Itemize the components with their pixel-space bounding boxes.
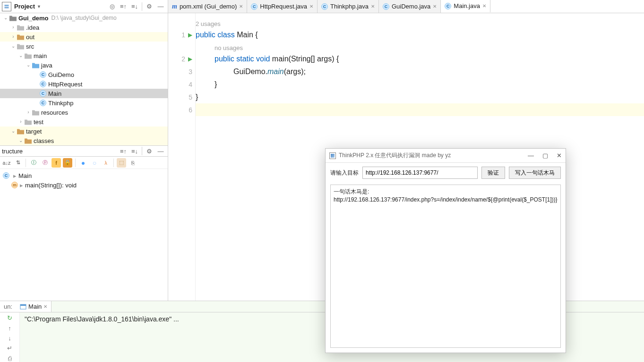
chevron-down-icon[interactable]: [17, 137, 25, 144]
tree-label: target: [26, 128, 42, 135]
tree-item-test[interactable]: test: [0, 117, 168, 126]
chevron-down-icon[interactable]: [2, 14, 9, 22]
show-interfaces-icon[interactable]: Ⓘ: [29, 158, 38, 168]
tree-item-classes[interactable]: classes: [0, 136, 168, 145]
tab-label: HttpRequest.java: [260, 3, 307, 10]
show-fields-icon[interactable]: f: [52, 158, 61, 168]
collapse-all-icon[interactable]: ≡↓: [130, 2, 139, 11]
settings-icon[interactable]: ⚙: [145, 147, 154, 155]
chevron-down-icon[interactable]: [25, 61, 32, 69]
collapse-all-icon[interactable]: ≡↓: [130, 147, 139, 155]
chevron-right-icon[interactable]: [9, 24, 17, 31]
tab-main[interactable]: CMain.java✕: [441, 0, 490, 13]
structure-tree[interactable]: C ▸ Main m ▸ main(String[]): void: [0, 169, 168, 192]
dialog-titlebar[interactable]: ThinkPHP 2.x 任意代码执行漏洞 made by yz — ▢ ✕: [326, 149, 566, 163]
folder-icon: [17, 43, 24, 50]
autoscroll-from-source-icon[interactable]: ○: [90, 158, 99, 168]
structure-method-name: main(String[]): void: [25, 182, 77, 189]
settings-icon[interactable]: ⚙: [145, 2, 154, 11]
folder-icon: [17, 34, 24, 40]
dialog-output[interactable]: 一句话木马是: http://192.168.126.137:9677/inde…: [330, 185, 561, 348]
tab-thinkphp[interactable]: CThinkphp.java✕: [318, 0, 379, 13]
run-tab-main[interactable]: Main ✕: [16, 301, 52, 312]
select-opened-icon[interactable]: ◎: [108, 2, 116, 11]
chevron-right-icon[interactable]: [9, 33, 17, 41]
chevron-down-icon[interactable]: [9, 42, 17, 50]
close-icon[interactable]: ✕: [482, 3, 486, 8]
tab-pom[interactable]: mpom.xml (Gui_demo)✕: [168, 0, 247, 13]
tree-item-src[interactable]: src: [0, 42, 168, 51]
usage-hint[interactable]: no usages: [215, 44, 243, 51]
expand-all-icon[interactable]: ≡↑: [119, 2, 128, 11]
tree-path: D:\ \java_study\Gui_demo: [52, 15, 117, 21]
chevron-down-icon[interactable]: [17, 52, 25, 59]
up-icon[interactable]: ↑: [5, 324, 15, 331]
print-icon[interactable]: ⎙: [5, 355, 15, 362]
tree-item-idea[interactable]: .idea: [0, 23, 168, 32]
show-anonymous-icon[interactable]: ⬚: [117, 158, 126, 168]
down-icon[interactable]: ↓: [5, 335, 15, 342]
tree-label: HttpRequest: [48, 81, 82, 88]
hide-icon[interactable]: —: [156, 2, 165, 11]
structure-method[interactable]: m ▸ main(String[]): void: [3, 180, 165, 190]
sort-alpha-icon[interactable]: a↓z: [2, 158, 11, 168]
close-icon[interactable]: ✕: [43, 304, 47, 309]
autoscroll-to-source-icon[interactable]: ●: [78, 158, 88, 168]
show-properties-icon[interactable]: ⓟ: [40, 158, 50, 168]
project-panel-title[interactable]: Project: [14, 3, 35, 10]
sort-visibility-icon[interactable]: ⇅: [13, 158, 23, 168]
chevron-right-icon[interactable]: [17, 118, 25, 126]
tree-item-java[interactable]: java: [0, 60, 168, 70]
tree-root[interactable]: Gui_demo D:\ \java_study\Gui_demo: [0, 13, 168, 23]
run-gutter-icon[interactable]: ▶: [188, 32, 192, 38]
class-icon: C: [445, 3, 451, 9]
verify-button[interactable]: 验证: [481, 167, 505, 179]
tree-item-main[interactable]: main: [0, 51, 168, 60]
class-icon: C: [321, 3, 328, 10]
tree-label: src: [26, 43, 34, 50]
tree-item-target[interactable]: target: [0, 126, 168, 136]
rerun-icon[interactable]: ↻: [5, 314, 15, 321]
expand-all-icon[interactable]: ≡↑: [119, 147, 128, 155]
module-icon: [9, 15, 17, 21]
close-icon[interactable]: ✕: [309, 4, 313, 9]
project-tree[interactable]: Gui_demo D:\ \java_study\Gui_demo .idea …: [0, 13, 168, 145]
class-icon: C: [251, 3, 258, 10]
tab-httprequest[interactable]: CHttpRequest.java✕: [247, 0, 318, 13]
chevron-down-icon[interactable]: [9, 127, 17, 135]
show-inherited-icon[interactable]: ⎘: [128, 158, 137, 168]
show-lambda-icon[interactable]: λ: [101, 158, 111, 168]
run-marker-icon: ▸: [13, 172, 17, 179]
close-icon[interactable]: ✕: [239, 4, 243, 9]
usage-hint[interactable]: 2 usages: [196, 20, 221, 27]
soft-wrap-icon[interactable]: ↵: [5, 345, 15, 352]
tree-label: Thinkphp: [48, 100, 73, 107]
write-shell-button[interactable]: 写入一句话木马: [509, 167, 561, 179]
hide-icon[interactable]: —: [156, 147, 165, 155]
project-dropdown-icon[interactable]: ▼: [37, 4, 41, 9]
close-icon[interactable]: ✕: [433, 4, 437, 9]
chevron-right-icon[interactable]: [25, 109, 32, 116]
tree-item-resources[interactable]: resources: [0, 108, 168, 117]
tab-label: Main.java: [454, 2, 480, 9]
structure-class[interactable]: C ▸ Main: [3, 171, 165, 180]
url-input[interactable]: [362, 167, 478, 179]
editor-tabs: mpom.xml (Gui_demo)✕ CHttpRequest.java✕ …: [168, 0, 644, 13]
maximize-icon[interactable]: ▢: [542, 152, 548, 159]
close-icon[interactable]: ✕: [371, 4, 375, 9]
dialog-thinkphp[interactable]: ThinkPHP 2.x 任意代码执行漏洞 made by yz — ▢ ✕ 请…: [325, 148, 566, 353]
close-icon[interactable]: ✕: [557, 152, 562, 159]
tree-item-out[interactable]: out: [0, 32, 168, 42]
tree-label: Gui_demo: [18, 15, 49, 22]
show-nonpublic-icon[interactable]: 🔒: [63, 158, 72, 168]
run-tab-label: Main: [28, 303, 42, 310]
tree-item-main-class[interactable]: CMain: [0, 89, 168, 98]
tab-label: Thinkphp.java: [330, 3, 369, 10]
tree-item-httprequest[interactable]: CHttpRequest: [0, 79, 168, 89]
tab-guidemo[interactable]: CGuiDemo.java✕: [379, 0, 441, 13]
tree-item-thinkphp[interactable]: CThinkphp: [0, 98, 168, 108]
run-gutter-icon[interactable]: ▶: [188, 56, 192, 62]
structure-class-name: Main: [18, 172, 32, 179]
minimize-icon[interactable]: —: [528, 152, 534, 159]
tree-item-guidemo[interactable]: CGuiDemo: [0, 70, 168, 79]
